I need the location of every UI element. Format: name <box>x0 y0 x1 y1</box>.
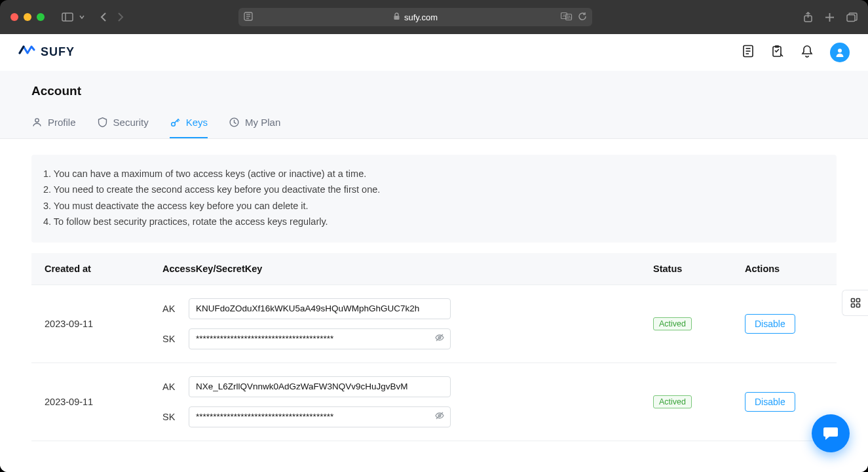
sk-label: SK <box>162 334 178 344</box>
status-badge: Actived <box>653 317 692 330</box>
brand-name: SUFY <box>41 45 75 59</box>
ak-label: AK <box>162 304 178 314</box>
disable-button[interactable]: Disable <box>745 392 795 412</box>
svg-point-22 <box>35 119 39 122</box>
svg-point-21 <box>838 49 842 52</box>
th-aksk: AccessKey/SecretKey <box>149 253 640 285</box>
tab-label: My Plan <box>245 117 280 128</box>
account-tabs: Profile Security Keys My Plan <box>31 110 837 138</box>
access-keys-table: Created at AccessKey/SecretKey Status Ac… <box>31 253 837 441</box>
ak-label: AK <box>162 382 178 392</box>
forward-button[interactable] <box>117 12 124 22</box>
bell-icon[interactable] <box>801 45 813 60</box>
back-button[interactable] <box>100 12 107 22</box>
tab-profile[interactable]: Profile <box>31 110 76 138</box>
browser-toolbar: sufy.com Aあ <box>0 0 868 34</box>
access-key-field[interactable]: KNUFdoZOduXf16kWKU5aA49sHQuWMphGhGUC7k2h <box>189 298 451 319</box>
access-key-value: NXe_L6ZrllQVnnwk0AdGzWaFW3NQVv9cHuJgvBvM <box>196 382 408 391</box>
tasks-icon[interactable] <box>771 45 784 60</box>
svg-text:A: A <box>563 14 565 18</box>
close-window-button[interactable] <box>10 13 18 21</box>
svg-rect-0 <box>62 13 73 21</box>
th-actions: Actions <box>732 253 837 285</box>
table-row: 2023-09-11 AK KNUFdoZOduXf16kWKU5aA49sHQ… <box>31 285 837 363</box>
tab-label: Profile <box>48 117 76 128</box>
address-bar[interactable]: sufy.com Aあ <box>238 8 592 26</box>
svg-text:あ: あ <box>567 15 571 20</box>
avatar-button[interactable] <box>830 43 850 62</box>
access-key-field[interactable]: NXe_L6ZrllQVnnwk0AdGzWaFW3NQVv9cHuJgvBvM <box>189 376 451 397</box>
docs-icon[interactable] <box>742 45 754 60</box>
notice-line: 1. You can have a maximum of two access … <box>43 167 825 181</box>
table-row: 2023-09-11 AK NXe_L6ZrllQVnnwk0AdGzWaFW3… <box>31 363 837 441</box>
disable-button[interactable]: Disable <box>745 314 795 334</box>
notice-line: 4. To follow best security practices, ro… <box>43 214 825 229</box>
url-host: sufy.com <box>404 12 438 22</box>
brand-logo[interactable]: SUFY <box>18 44 75 60</box>
notice-line: 2. You need to create the second access … <box>43 182 825 197</box>
reload-icon[interactable] <box>578 12 587 23</box>
fullscreen-window-button[interactable] <box>37 13 45 21</box>
chevron-down-icon[interactable] <box>79 14 85 20</box>
tab-label: Security <box>113 117 149 128</box>
tab-overview-icon[interactable] <box>846 12 858 22</box>
tab-keys[interactable]: Keys <box>170 110 208 138</box>
secret-key-value: **************************************** <box>196 334 333 344</box>
cell-created: 2023-09-11 <box>31 363 149 441</box>
app-header: SUFY <box>0 34 868 71</box>
access-key-value: KNUFdoZOduXf16kWKU5aA49sHQuWMphGhGUC7k2h <box>196 304 419 313</box>
tab-my-plan[interactable]: My Plan <box>229 110 280 138</box>
sk-label: SK <box>162 412 178 422</box>
lock-icon <box>393 12 400 22</box>
secret-key-field[interactable]: **************************************** <box>189 328 451 349</box>
th-created: Created at <box>31 253 149 285</box>
notice-line: 3. You must deactivate the access key be… <box>43 199 825 213</box>
notice-box: 1. You can have a maximum of two access … <box>31 155 837 243</box>
eye-off-icon[interactable] <box>434 410 445 423</box>
tab-security[interactable]: Security <box>97 110 149 138</box>
svg-rect-29 <box>851 299 854 302</box>
cell-created: 2023-09-11 <box>31 285 149 363</box>
svg-rect-15 <box>847 14 855 21</box>
minimize-window-button[interactable] <box>24 13 31 21</box>
secret-key-value: **************************************** <box>196 412 333 422</box>
page-title: Account <box>31 84 837 98</box>
svg-rect-30 <box>856 299 859 302</box>
translate-icon[interactable]: Aあ <box>561 12 573 23</box>
apps-grid-icon[interactable] <box>842 290 868 316</box>
svg-rect-6 <box>394 16 399 20</box>
share-icon[interactable] <box>803 12 813 23</box>
chat-fab[interactable] <box>812 414 850 452</box>
tab-label: Keys <box>186 117 208 128</box>
brand-mark-icon <box>18 44 35 60</box>
sidebar-toggle-icon[interactable] <box>62 12 73 22</box>
reader-mode-icon[interactable] <box>244 12 253 23</box>
secret-key-field[interactable]: **************************************** <box>189 406 451 427</box>
th-status: Status <box>640 253 732 285</box>
window-controls <box>10 13 45 21</box>
eye-off-icon[interactable] <box>434 332 445 345</box>
svg-rect-31 <box>851 304 854 307</box>
new-tab-icon[interactable] <box>825 12 835 22</box>
status-badge: Actived <box>653 395 692 408</box>
svg-rect-32 <box>856 304 859 307</box>
